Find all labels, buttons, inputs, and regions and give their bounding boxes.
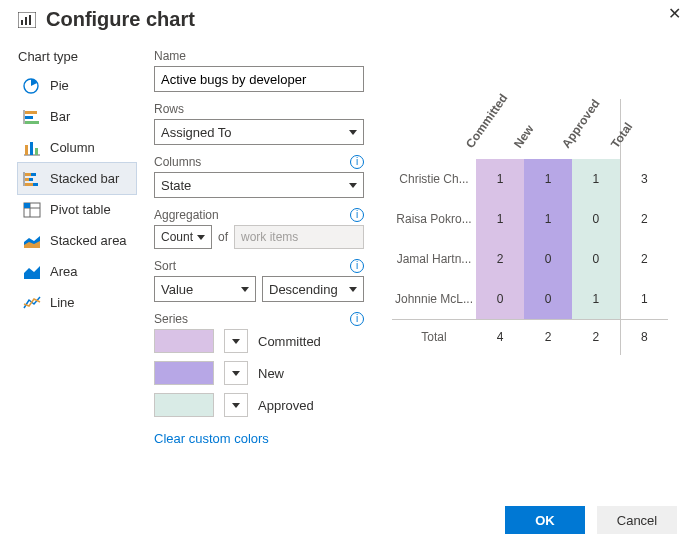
stacked-area-icon	[22, 232, 42, 250]
chart-type-label: Stacked area	[50, 233, 127, 248]
chart-type-pivot-table[interactable]: Pivot table	[18, 194, 136, 225]
series-color-dropdown[interactable]	[224, 329, 248, 353]
pivot-cell: 0	[572, 199, 620, 239]
clear-custom-colors-link[interactable]: Clear custom colors	[154, 431, 269, 446]
aggregation-info-icon[interactable]: i	[350, 208, 364, 222]
chart-type-bar[interactable]: Bar	[18, 101, 136, 132]
pivot-cell: 2	[620, 239, 668, 279]
chevron-down-icon	[349, 130, 357, 135]
pivot-table-icon	[22, 201, 42, 219]
chart-type-column[interactable]: Column	[18, 132, 136, 163]
chart-type-label: Line	[50, 295, 75, 310]
svg-rect-15	[31, 173, 36, 176]
dialog-header: Configure chart	[18, 8, 681, 31]
series-info-icon[interactable]: i	[350, 312, 364, 326]
chevron-down-icon	[241, 287, 249, 292]
series-color-dropdown[interactable]	[224, 393, 248, 417]
aggregation-label: Aggregation	[154, 208, 219, 222]
sort-label: Sort	[154, 259, 176, 273]
series-color-swatch[interactable]	[154, 393, 214, 417]
chevron-down-icon	[197, 235, 205, 240]
chart-type-line[interactable]: Line	[18, 287, 136, 318]
pivot-col-header: Total	[620, 99, 668, 159]
pivot-col-header: New	[524, 99, 572, 159]
sort-field-value: Value	[161, 282, 193, 297]
chart-type-heading: Chart type	[18, 49, 136, 64]
pivot-row: Christie Ch...1113	[392, 159, 668, 199]
chart-type-area[interactable]: Area	[18, 256, 136, 287]
sort-direction-value: Descending	[269, 282, 338, 297]
chevron-down-icon	[232, 371, 240, 376]
pivot-row: Jamal Hartn...2002	[392, 239, 668, 279]
aggregation-value: Count	[161, 230, 193, 244]
pivot-cell: 1	[572, 279, 620, 319]
svg-rect-11	[30, 142, 33, 155]
column-icon	[22, 139, 42, 157]
preview-pivot-table: CommittedNewApprovedTotal Christie Ch...…	[392, 99, 668, 355]
series-color-dropdown[interactable]	[224, 361, 248, 385]
sort-field-select[interactable]: Value	[154, 276, 256, 302]
area-icon	[22, 263, 42, 281]
svg-marker-26	[24, 266, 40, 279]
svg-rect-8	[25, 121, 39, 124]
dialog-title: Configure chart	[46, 8, 195, 31]
svg-rect-16	[25, 178, 29, 181]
columns-label: Columns	[154, 155, 201, 169]
name-label: Name	[154, 49, 186, 63]
of-label: of	[218, 230, 228, 244]
chart-type-label: Stacked bar	[50, 171, 119, 186]
rows-select[interactable]: Assigned To	[154, 119, 364, 145]
chart-type-stacked-area[interactable]: Stacked area	[18, 225, 136, 256]
pivot-cell: 1	[476, 199, 524, 239]
pivot-total-cell: 2	[572, 319, 620, 355]
aggregation-select[interactable]: Count	[154, 225, 212, 249]
pie-icon	[22, 77, 42, 95]
chart-type-label: Column	[50, 140, 95, 155]
pivot-row-header: Johnnie McL...	[392, 279, 476, 319]
pivot-cell: 1	[476, 159, 524, 199]
svg-rect-23	[24, 203, 30, 208]
pivot-total-cell: 8	[620, 319, 668, 355]
pivot-total-cell: 2	[524, 319, 572, 355]
pivot-col-header: Committed	[476, 99, 524, 159]
pivot-cell: 1	[524, 159, 572, 199]
svg-rect-3	[29, 15, 31, 25]
series-color-swatch[interactable]	[154, 329, 214, 353]
pivot-cell: 1	[620, 279, 668, 319]
line-icon	[22, 294, 42, 312]
pivot-cell: 0	[524, 279, 572, 319]
chart-type-pie[interactable]: Pie	[18, 70, 136, 101]
name-input[interactable]	[154, 66, 364, 92]
chevron-down-icon	[232, 339, 240, 344]
ok-button[interactable]: OK	[505, 506, 585, 534]
pivot-col-header: Approved	[572, 99, 620, 159]
pivot-cell: 3	[620, 159, 668, 199]
svg-rect-7	[25, 116, 33, 119]
pivot-cell: 2	[476, 239, 524, 279]
series-color-swatch[interactable]	[154, 361, 214, 385]
cancel-button[interactable]: Cancel	[597, 506, 677, 534]
svg-rect-2	[25, 17, 27, 25]
series-label: Series	[154, 312, 188, 326]
chart-icon	[18, 12, 36, 28]
rows-value: Assigned To	[161, 125, 232, 140]
pivot-cell: 1	[524, 199, 572, 239]
pivot-row-header: Jamal Hartn...	[392, 239, 476, 279]
pivot-cell: 0	[572, 239, 620, 279]
sort-direction-select[interactable]: Descending	[262, 276, 364, 302]
pivot-cell: 1	[572, 159, 620, 199]
svg-rect-12	[35, 148, 38, 155]
series-item: Committed	[154, 329, 364, 353]
svg-rect-17	[29, 178, 33, 181]
columns-info-icon[interactable]: i	[350, 155, 364, 169]
close-icon[interactable]: ✕	[668, 4, 681, 23]
chevron-down-icon	[349, 183, 357, 188]
pivot-row-header: Raisa Pokro...	[392, 199, 476, 239]
series-name: Approved	[258, 398, 314, 413]
svg-rect-10	[25, 145, 28, 155]
bar-icon	[22, 108, 42, 126]
columns-select[interactable]: State	[154, 172, 364, 198]
pivot-cell: 0	[476, 279, 524, 319]
sort-info-icon[interactable]: i	[350, 259, 364, 273]
chart-type-stacked-bar[interactable]: Stacked bar	[18, 163, 136, 194]
